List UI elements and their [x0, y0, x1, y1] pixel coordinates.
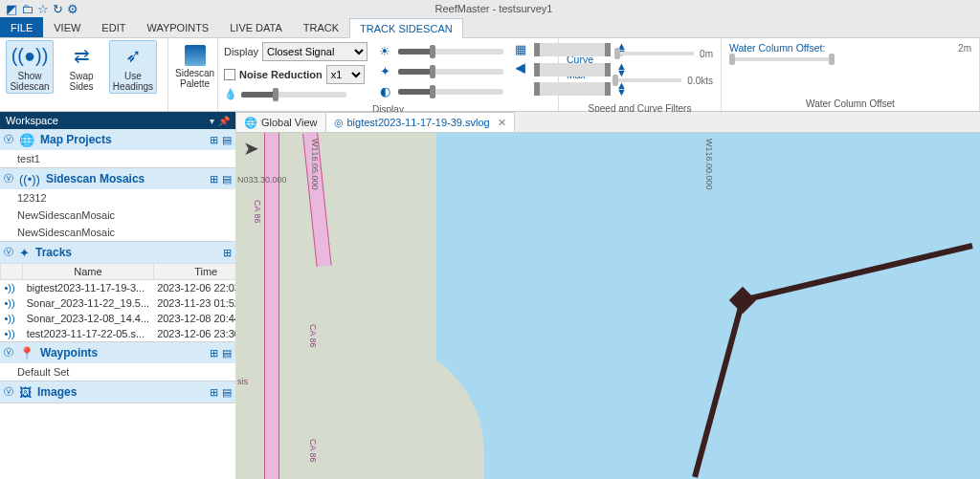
table-row[interactable]: •))Sonar_2023-11-22_19.5...2023-11-23 01… [1, 295, 259, 311]
section-head-sidescan[interactable]: ⓥ ((•)) Sidescan Mosaics ⊞▤ [0, 168, 235, 189]
list-item[interactable]: test1 [0, 150, 235, 167]
refresh-icon[interactable]: ↻ [53, 2, 63, 16]
section-head-map-projects[interactable]: ⓥ 🌐 Map Projects ⊞▤ [0, 129, 235, 150]
tab-label: bigtest2023-11-17-19-39.svlog [347, 117, 490, 128]
more-icon[interactable]: ▤ [222, 386, 232, 399]
gear-icon[interactable]: ⚙ [67, 2, 78, 16]
menu-view[interactable]: VIEW [43, 17, 91, 37]
sidescan-icon: ((●)) [16, 42, 43, 69]
contrast-icon: ◐ [377, 84, 392, 98]
more-icon[interactable]: ▤ [222, 134, 232, 146]
menu-live-data[interactable]: LIVE DATA [219, 17, 293, 37]
add-icon[interactable]: ⊞ [210, 386, 218, 399]
palette-icon [185, 45, 206, 66]
max-speed-slider[interactable] [612, 78, 681, 82]
water-col-value: 2m [958, 43, 971, 54]
workspace-title: Workspace [6, 115, 58, 126]
swap-icon: ⇄ [68, 42, 95, 69]
table-row[interactable]: •))Sonar_2023-12-08_14.4...2023-12-08 20… [1, 311, 259, 326]
section-label: Sidescan Mosaics [46, 172, 145, 185]
track-item-icon: •)) [5, 313, 15, 324]
svg-line-2 [743, 246, 972, 300]
noise-mult-select[interactable]: x1 [326, 65, 365, 84]
menu-track-sidescan[interactable]: TRACK SIDESCAN [349, 18, 463, 38]
btn-label: Show Sidescan [10, 71, 49, 92]
table-row[interactable]: •))bigtest2023-11-17-19-3...2023-12-06 2… [1, 280, 259, 296]
compass-icon: ➶ [120, 42, 146, 69]
chevron-icon: ⓥ [4, 133, 13, 146]
range-slider-3[interactable] [534, 82, 611, 96]
table-row[interactable]: •))test2023-11-17-22-05.s...2023-12-06 2… [1, 326, 259, 341]
water-drop-icon: 💧 [224, 88, 237, 100]
map-canvas[interactable]: ➤ W116.05.000 W116.00.000 N033.30.000 CA… [235, 133, 980, 479]
pin-icon: 📍 [19, 346, 34, 360]
add-icon[interactable]: ⊞ [223, 247, 232, 259]
noise-reduction-label: Noise Reduction [239, 69, 323, 80]
checker-icon: ▦ [513, 42, 528, 56]
tab-global-view[interactable]: 🌐 Global View [235, 112, 326, 132]
globe-icon: 🌐 [19, 133, 34, 147]
swap-sides-button[interactable]: ⇄ Swap Sides [57, 40, 105, 94]
list-item[interactable]: NewSidescanMosaic [0, 224, 235, 241]
section-label: Waypoints [40, 346, 98, 359]
workspace-dropdown-icon[interactable]: ▾ [210, 116, 214, 126]
sun-icon: ☀ [377, 44, 392, 58]
workspace-pin-icon[interactable]: 📌 [218, 116, 230, 126]
folder-icon[interactable]: 🗀 [21, 2, 33, 16]
section-head-images[interactable]: ⓥ 🖼 Images ⊞▤ [0, 381, 235, 403]
slider-gain[interactable] [398, 69, 503, 75]
sidescan-palette-button[interactable]: Sidescan Palette [174, 40, 215, 94]
min-curve-value: 0m [700, 49, 713, 59]
max-speed-value: 0.0kts [687, 76, 713, 86]
range-slider-2[interactable] [534, 63, 611, 76]
more-icon[interactable]: ▤ [222, 347, 232, 359]
track-item-icon: •)) [5, 328, 15, 339]
slider-brightness[interactable] [398, 49, 503, 54]
noise-reduction-checkbox[interactable] [224, 69, 235, 80]
add-icon[interactable]: ⊞ [210, 134, 218, 146]
list-item[interactable]: 12312 [0, 189, 235, 207]
show-sidescan-button[interactable]: ((●)) Show Sidescan [6, 40, 54, 94]
col-name[interactable]: Name [23, 264, 153, 280]
chevron-icon: ⓥ [4, 346, 13, 359]
menu-waypoints[interactable]: WAYPOINTS [136, 17, 219, 37]
display-select[interactable]: Closest Signal [262, 42, 368, 61]
image-icon: 🖼 [19, 385, 32, 400]
water-col-slider[interactable] [729, 57, 835, 61]
app-icon: ◩ [6, 2, 17, 16]
chevron-icon: ⓥ [4, 246, 13, 259]
menu-track[interactable]: TRACK [293, 17, 349, 37]
track-item-icon: •)) [5, 282, 15, 294]
section-head-waypoints[interactable]: ⓥ 📍 Waypoints ⊞▤ [0, 342, 235, 363]
star-icon: ✦ [377, 64, 392, 78]
water-col-group-label: Water Column Offset [729, 95, 971, 111]
add-icon[interactable]: ⊞ [210, 347, 218, 359]
slider-water[interactable] [241, 92, 346, 98]
track-icon: ✦ [19, 246, 30, 260]
list-item[interactable]: NewSidescanMosaic [0, 207, 235, 224]
min-curve-slider[interactable] [614, 52, 694, 55]
window-title: ReefMaster - testsurvey1 [84, 3, 903, 14]
svg-line-0 [695, 300, 743, 477]
menu-edit[interactable]: EDIT [91, 17, 136, 37]
track-line [235, 133, 980, 479]
use-headings-button[interactable]: ➶ Use Headings [109, 40, 157, 94]
more-icon[interactable]: ▤ [222, 173, 232, 185]
btn-label: Swap Sides [69, 71, 93, 92]
close-icon[interactable]: ✕ [498, 117, 506, 129]
menu-file[interactable]: FILE [0, 17, 43, 37]
slider-contrast[interactable] [398, 89, 503, 95]
track-item-icon: •)) [5, 297, 15, 309]
target-icon: ◎ [334, 117, 344, 129]
list-item[interactable]: Default Set [0, 363, 235, 381]
section-label: Map Projects [40, 133, 112, 146]
star-icon[interactable]: ☆ [37, 2, 49, 16]
display-label: Display [224, 46, 258, 57]
btn-label: Use Headings [113, 71, 153, 92]
tab-file[interactable]: ◎ bigtest2023-11-17-19-39.svlog ✕ [325, 112, 515, 132]
add-icon[interactable]: ⊞ [210, 173, 218, 185]
range-slider-1[interactable] [534, 43, 611, 56]
chevron-icon: ⓥ [4, 385, 13, 399]
section-head-tracks[interactable]: ⓥ ✦ Tracks ⊞ [0, 242, 235, 263]
sidescan-icon: ((•)) [19, 172, 40, 186]
